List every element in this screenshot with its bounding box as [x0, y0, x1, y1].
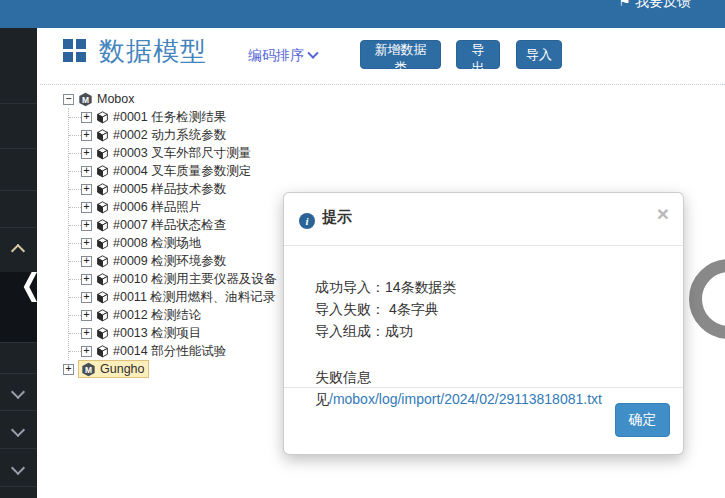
- tree-node-label[interactable]: #0002 动力系统参数: [113, 126, 226, 144]
- expand-node-icon[interactable]: +: [81, 238, 92, 249]
- expand-node-icon[interactable]: +: [81, 184, 92, 195]
- ok-button[interactable]: 确定: [615, 403, 670, 437]
- tree-row[interactable]: +#0008 检测场地: [69, 234, 276, 252]
- export-button[interactable]: 导出: [456, 40, 500, 69]
- data-model-grid-icon: [63, 39, 86, 62]
- tree-row[interactable]: +#0001 任务检测结果: [69, 108, 276, 126]
- mobox-logo-icon: M: [78, 92, 93, 107]
- tree-row[interactable]: +#0013 检测项目: [69, 324, 276, 342]
- tree-row[interactable]: −MMobox: [37, 90, 276, 108]
- tree-row[interactable]: +#0006 样品照片: [69, 198, 276, 216]
- dataclass-cube-icon: [96, 237, 109, 250]
- dataclass-cube-icon: [96, 309, 109, 322]
- tree-node[interactable]: MMobox: [78, 90, 135, 108]
- tree-row[interactable]: +#0007 样品状态检查: [69, 216, 276, 234]
- tree-row[interactable]: +#0010 检测用主要仪器及设备: [69, 270, 276, 288]
- chevron-down-icon[interactable]: [11, 461, 25, 475]
- expand-node-icon[interactable]: +: [81, 328, 92, 339]
- expand-node-icon[interactable]: +: [81, 166, 92, 177]
- tree-node-label[interactable]: Mobox: [97, 90, 135, 108]
- tree-node-label[interactable]: #0001 任务检测结果: [113, 108, 226, 126]
- tree-node-label[interactable]: #0007 样品状态检查: [113, 216, 226, 234]
- tree-row[interactable]: +#0011 检测用燃料、油料记录: [69, 288, 276, 306]
- top-navbar: ⚑ 我要反馈: [0, 0, 725, 28]
- tree-row[interactable]: +#0009 检测环境参数: [69, 252, 276, 270]
- expand-node-icon[interactable]: +: [81, 310, 92, 321]
- expand-node-icon[interactable]: +: [81, 292, 92, 303]
- import-success-line: 成功导入：14条数据类: [315, 276, 652, 298]
- dataclass-cube-icon: [96, 165, 109, 178]
- dataclass-cube-icon: [96, 345, 109, 358]
- dialog-body: 成功导入：14条数据类 导入失败： 4条字典 导入组成：成功 失败信息见/mob…: [284, 246, 683, 410]
- sort-order-dropdown[interactable]: 编码排序: [248, 47, 317, 65]
- sidebar-divider: [0, 410, 37, 411]
- svg-text:M: M: [82, 94, 89, 104]
- tree-node-label[interactable]: #0012 检测结论: [113, 306, 201, 324]
- sidebar-divider: [0, 373, 37, 374]
- tree-node-label[interactable]: #0005 样品技术参数: [113, 180, 226, 198]
- tree-node-label[interactable]: #0008 检测场地: [113, 234, 201, 252]
- expand-node-icon[interactable]: +: [81, 274, 92, 285]
- dialog-header: i提示 ×: [284, 193, 683, 246]
- tree-node-label[interactable]: #0013 检测项目: [113, 324, 201, 342]
- import-result-dialog: i提示 × 成功导入：14条数据类 导入失败： 4条字典 导入组成：成功 失败信…: [283, 192, 684, 455]
- chevron-down-icon[interactable]: [11, 385, 25, 399]
- dataclass-cube-icon: [96, 111, 109, 124]
- tree-row[interactable]: +#0002 动力系统参数: [69, 126, 276, 144]
- sidebar-divider: [0, 448, 37, 449]
- chevron-up-icon[interactable]: [11, 244, 25, 258]
- tree-row[interactable]: +#0005 样品技术参数: [69, 180, 276, 198]
- import-compose-line: 导入组成：成功: [315, 320, 652, 342]
- expand-node-icon[interactable]: +: [81, 202, 92, 213]
- chevron-down-icon: [307, 48, 318, 59]
- sidebar-divider: [0, 190, 37, 191]
- tree-node-label[interactable]: #0010 检测用主要仪器及设备: [113, 270, 276, 288]
- dataclass-cube-icon: [96, 183, 109, 196]
- tree-node-label[interactable]: #0014 部分性能试验: [113, 342, 226, 360]
- import-button[interactable]: 导入: [516, 40, 562, 69]
- tree-node-label[interactable]: #0004 叉车质量参数测定: [113, 162, 251, 180]
- page-title: 数据模型: [99, 34, 207, 69]
- tree-node-selected[interactable]: MGungho: [78, 360, 149, 378]
- sidebar-divider: [0, 227, 37, 228]
- left-sidebar: [0, 28, 37, 498]
- chevron-down-icon[interactable]: [11, 423, 25, 437]
- mobox-logo-icon: M: [81, 362, 96, 377]
- import-failed-line: 导入失败： 4条字典: [315, 298, 652, 320]
- data-model-tree: −MMobox+#0001 任务检测结果+#0002 动力系统参数+#0003 …: [37, 90, 276, 378]
- expand-node-icon[interactable]: +: [63, 364, 74, 375]
- sidebar-divider: [0, 342, 37, 343]
- header-separator: [40, 84, 725, 85]
- tree-node-label[interactable]: #0003 叉车外部尺寸测量: [113, 144, 251, 162]
- collapse-sidebar-arrow-icon[interactable]: [23, 272, 37, 302]
- collapse-node-icon[interactable]: −: [63, 94, 74, 105]
- expand-node-icon[interactable]: +: [81, 256, 92, 267]
- dialog-title: 提示: [322, 208, 352, 225]
- dialog-footer: 确定: [284, 387, 683, 454]
- tree-node-label[interactable]: #0009 检测环境参数: [113, 252, 226, 270]
- expand-node-icon[interactable]: +: [81, 220, 92, 231]
- feedback-link[interactable]: ⚑ 我要反馈: [618, 0, 691, 9]
- dataclass-cube-icon: [96, 147, 109, 160]
- dataclass-cube-icon: [96, 327, 109, 340]
- tree-node-label[interactable]: Gungho: [100, 360, 144, 378]
- expand-node-icon[interactable]: +: [81, 148, 92, 159]
- sidebar-active-section: [0, 272, 37, 342]
- close-icon[interactable]: ×: [657, 203, 669, 224]
- tree-row[interactable]: +#0003 叉车外部尺寸测量: [69, 144, 276, 162]
- tree-row[interactable]: +MGungho: [37, 360, 276, 378]
- expand-node-icon[interactable]: +: [81, 346, 92, 357]
- tree-row[interactable]: +#0004 叉车质量参数测定: [69, 162, 276, 180]
- expand-node-icon[interactable]: +: [81, 130, 92, 141]
- expand-node-icon[interactable]: +: [81, 112, 92, 123]
- tree-node-label[interactable]: #0011 检测用燃料、油料记录: [113, 288, 275, 306]
- svg-text:M: M: [85, 364, 92, 374]
- dataclass-cube-icon: [96, 219, 109, 232]
- sidebar-divider: [0, 103, 37, 104]
- tree-node-label[interactable]: #0006 样品照片: [113, 198, 201, 216]
- dataclass-cube-icon: [96, 129, 109, 142]
- info-icon: i: [299, 213, 315, 229]
- tree-row[interactable]: +#0012 检测结论: [69, 306, 276, 324]
- add-dataclass-button[interactable]: 新增数据类: [360, 40, 441, 69]
- tree-row[interactable]: +#0014 部分性能试验: [69, 342, 276, 360]
